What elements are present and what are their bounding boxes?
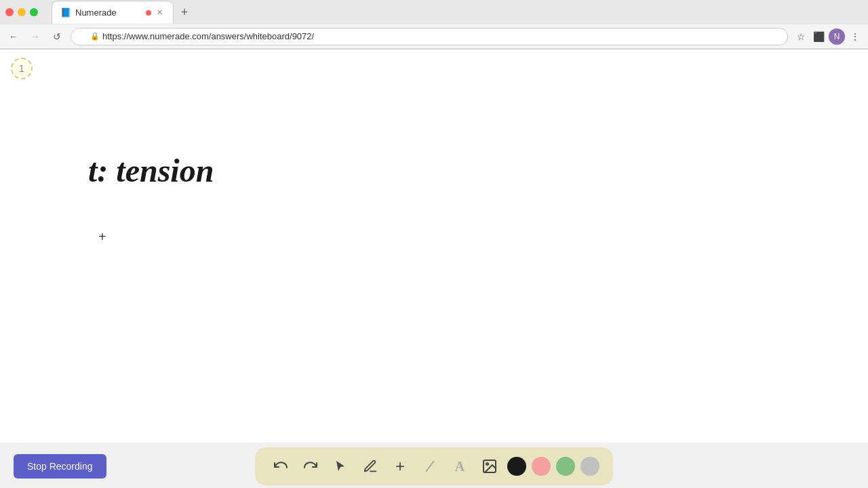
active-tab[interactable]: 📘 Numerade ✕	[52, 1, 174, 24]
back-button[interactable]: ←	[5, 28, 22, 45]
security-icon: 🔒	[90, 32, 100, 41]
tab-title: Numerade	[75, 7, 117, 18]
new-tab-button[interactable]: +	[176, 4, 193, 20]
drawing-toolbar: + A	[255, 447, 613, 485]
image-tool-button[interactable]	[477, 454, 502, 479]
redo-button[interactable]	[298, 454, 323, 479]
bottom-toolbar: Stop Recording +	[0, 443, 868, 488]
eraser-tool-button[interactable]	[418, 454, 442, 479]
browser-chrome: 📘 Numerade ✕ + ← → ↺ 🔒 https://www.numer…	[0, 0, 868, 49]
profiles-button[interactable]: N	[829, 28, 845, 45]
extensions-button[interactable]: ⬛	[811, 29, 826, 44]
tab-favicon: 📘	[60, 7, 71, 18]
color-gray-button[interactable]	[580, 457, 599, 476]
whiteboard-handwriting: t: tension	[88, 144, 292, 199]
color-green-button[interactable]	[556, 457, 575, 476]
forward-button[interactable]: →	[27, 28, 43, 45]
title-bar: 📘 Numerade ✕ +	[0, 0, 868, 24]
tab-recording-indicator	[146, 10, 151, 16]
whiteboard-area[interactable]: 1 t: tension +	[0, 49, 868, 443]
close-window-button[interactable]	[5, 8, 14, 16]
url-text: https://www.numerade.com/answers/whitebo…	[102, 31, 314, 41]
svg-text:t:  tension: t: tension	[88, 152, 214, 188]
minimize-window-button[interactable]	[18, 8, 26, 16]
color-black-button[interactable]	[507, 457, 526, 476]
page-number-badge: 1	[11, 58, 33, 79]
window-controls	[5, 8, 38, 16]
menu-button[interactable]: ⋮	[848, 29, 863, 44]
stop-recording-button[interactable]: Stop Recording	[14, 454, 106, 479]
address-bar: ← → ↺ 🔒 https://www.numerade.com/answers…	[0, 24, 868, 49]
maximize-window-button[interactable]	[30, 8, 38, 16]
url-bar[interactable]: 🔒 https://www.numerade.com/answers/white…	[71, 28, 788, 45]
browser-actions: ☆ ⬛ N ⋮	[793, 28, 863, 45]
bookmark-icon[interactable]: ☆	[793, 29, 808, 44]
refresh-button[interactable]: ↺	[49, 28, 65, 45]
tab-bar: 📘 Numerade ✕ +	[46, 1, 198, 24]
cursor-crosshair: +	[98, 229, 106, 245]
text-tool-button[interactable]: A	[448, 454, 472, 479]
undo-button[interactable]	[269, 454, 293, 479]
svg-line-1	[427, 462, 434, 472]
close-tab-button[interactable]: ✕	[154, 7, 165, 18]
color-pink-button[interactable]	[532, 457, 551, 476]
pen-tool-button[interactable]	[358, 454, 382, 479]
add-element-button[interactable]: +	[388, 454, 412, 479]
svg-point-3	[486, 463, 488, 465]
select-tool-button[interactable]	[328, 454, 353, 479]
